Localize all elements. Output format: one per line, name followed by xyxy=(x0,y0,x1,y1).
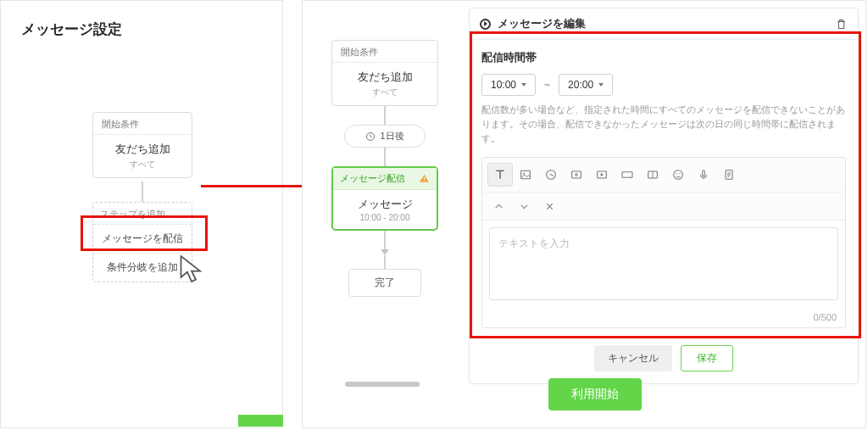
warning-icon xyxy=(419,173,430,184)
toolbar-image-button[interactable] xyxy=(513,163,538,187)
add-step-box: ステップを追加 メッセージを配信 条件分岐を追加 xyxy=(92,202,192,282)
char-counter: 0/500 xyxy=(482,310,845,327)
horizontal-scrollbar[interactable] xyxy=(345,382,420,387)
start-card-label: 友だち追加 xyxy=(93,135,192,159)
start-card-sub: すべて xyxy=(332,87,437,105)
toolbar-sticker-button[interactable] xyxy=(538,163,564,187)
save-button[interactable]: 保存 xyxy=(681,345,733,371)
left-panel: メッセージ設定 開始条件 友だち追加 すべて ステップを追加 メッセージを配信 … xyxy=(0,0,283,428)
chevron-down-icon xyxy=(598,83,604,87)
start-usage-button[interactable]: 利用開始 xyxy=(548,378,642,410)
svg-rect-9 xyxy=(622,172,632,178)
svg-rect-14 xyxy=(703,170,705,176)
message-editor: 0/500 xyxy=(481,157,846,328)
remove-block-button[interactable] xyxy=(538,196,560,216)
trash-icon[interactable] xyxy=(835,18,848,31)
editor-toolbar xyxy=(482,158,845,193)
start-card-label: 友だち追加 xyxy=(332,63,437,87)
arrow-down-icon xyxy=(381,249,389,255)
menu-item-add-branch[interactable]: 条件分岐を追加 xyxy=(93,254,192,282)
section-label-time: 配信時間帯 xyxy=(481,50,846,65)
chevron-down-icon xyxy=(521,83,526,87)
tilde-separator: ~ xyxy=(544,79,550,91)
clock-icon xyxy=(365,131,376,142)
edit-panel-header: メッセージを編集 xyxy=(470,8,858,40)
start-card-header: 開始条件 xyxy=(93,113,192,135)
toolbar-richcard-button[interactable] xyxy=(640,163,665,187)
connector-line xyxy=(384,148,386,166)
wait-pill[interactable]: 1日後 xyxy=(344,125,426,148)
time-from-select[interactable]: 10:00 xyxy=(481,74,536,96)
toolbar-coupon-button[interactable] xyxy=(564,163,589,187)
editor-toolbar-secondary xyxy=(482,193,845,221)
help-text: 配信数が多い場合など、指定された時間にすべてのメッセージを配信できないことがあり… xyxy=(481,103,846,145)
toolbar-card-button[interactable] xyxy=(615,163,640,187)
svg-rect-6 xyxy=(572,171,581,178)
page-title: メッセージ設定 xyxy=(1,1,282,46)
toolbar-survey-button[interactable] xyxy=(716,163,742,187)
svg-point-7 xyxy=(576,174,578,176)
connector-line xyxy=(384,231,386,249)
flow-message-card[interactable]: メッセージ配信 メッセージ 10:00 - 20:00 xyxy=(331,166,438,231)
toolbar-video-button[interactable] xyxy=(589,163,615,187)
message-card-label: メッセージ xyxy=(333,190,437,213)
svg-rect-1 xyxy=(424,177,425,180)
cursor-icon xyxy=(179,254,204,284)
toolbar-voice-button[interactable] xyxy=(691,163,716,187)
right-flow: 開始条件 友だち追加 すべて 1日後 メッセージ配信 メッセージ 10:00 -… xyxy=(323,40,447,297)
time-to-value: 20:00 xyxy=(568,79,593,91)
scroll-indicator xyxy=(238,415,283,427)
move-up-button[interactable] xyxy=(487,196,509,216)
connector-line xyxy=(142,181,143,202)
message-textarea[interactable] xyxy=(489,227,838,300)
play-circle-icon xyxy=(480,19,491,30)
flow-done-card[interactable]: 完了 xyxy=(348,269,421,297)
connector-line xyxy=(384,106,386,125)
time-to-select[interactable]: 20:00 xyxy=(559,74,613,96)
flow-start-card[interactable]: 開始条件 友だち追加 すべて xyxy=(92,112,192,178)
svg-rect-2 xyxy=(424,181,425,181)
add-step-header: ステップを追加 xyxy=(93,203,192,225)
start-card-header: 開始条件 xyxy=(332,41,437,63)
toolbar-text-button[interactable] xyxy=(487,163,513,187)
cancel-button[interactable]: キャンセル xyxy=(594,345,672,371)
flow-start-card[interactable]: 開始条件 友だち追加 すべて xyxy=(331,40,438,106)
connector-line xyxy=(384,255,386,269)
svg-point-11 xyxy=(674,170,683,180)
wait-label: 1日後 xyxy=(380,130,403,142)
svg-point-13 xyxy=(679,173,680,174)
message-card-header: メッセージ配信 xyxy=(340,172,405,185)
message-card-time: 10:00 - 20:00 xyxy=(333,213,437,229)
left-flow: 開始条件 友だち追加 すべて ステップを追加 メッセージを配信 条件分岐を追加 xyxy=(1,46,282,402)
toolbar-emoji-button[interactable] xyxy=(665,163,691,187)
right-panel: 開始条件 友だち追加 すべて 1日後 メッセージ配信 メッセージ 10:00 -… xyxy=(302,0,866,428)
svg-point-4 xyxy=(523,173,525,175)
menu-item-deliver-message[interactable]: メッセージを配信 xyxy=(93,225,192,254)
start-card-sub: すべて xyxy=(93,159,192,177)
svg-rect-3 xyxy=(521,171,531,179)
edit-panel-title: メッセージを編集 xyxy=(498,16,586,31)
time-from-value: 10:00 xyxy=(491,79,516,91)
move-down-button[interactable] xyxy=(513,196,535,216)
svg-point-12 xyxy=(676,173,676,174)
edit-message-panel: メッセージを編集 配信時間帯 10:00 ~ 20:00 配信数が多い場合など、… xyxy=(469,8,859,384)
